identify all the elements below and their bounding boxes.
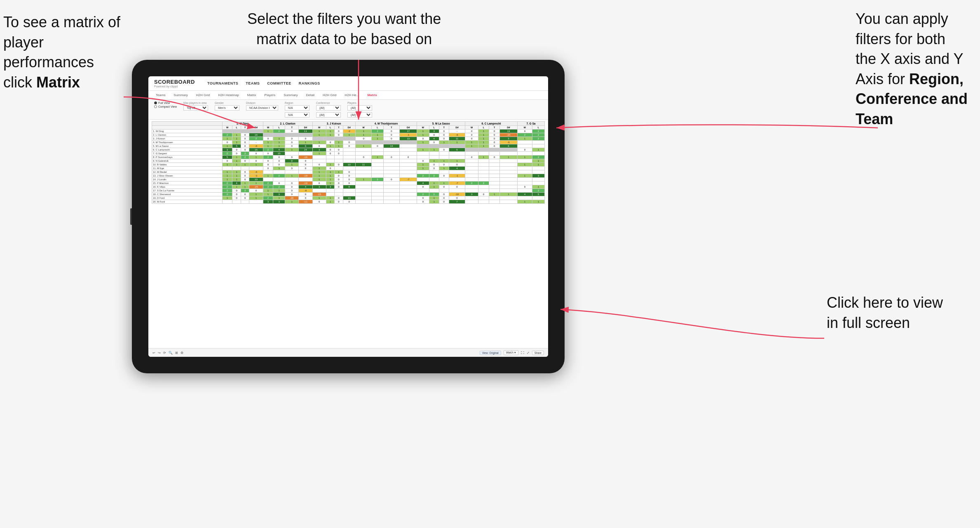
matrix-cell xyxy=(532,167,545,170)
region-label: Region xyxy=(285,101,309,104)
matrix-cell: 2 xyxy=(241,189,249,193)
matrix-cell: 1 xyxy=(285,163,298,167)
sub-nav-matrix-active[interactable]: Matrix xyxy=(366,92,379,98)
matrix-cell xyxy=(372,196,383,200)
matrix-cell xyxy=(355,189,372,193)
region-select2[interactable]: N/A xyxy=(285,112,309,118)
sub-nav-h2h-grid[interactable]: H2H Grid xyxy=(195,92,211,98)
matrix-cell xyxy=(500,163,518,167)
matrix-cell: 1 xyxy=(517,156,532,159)
matrix-cell: -16 xyxy=(299,156,312,159)
fullscreen-icon[interactable]: ⛶ xyxy=(521,351,524,355)
matrix-cell xyxy=(478,159,489,163)
sh-l6: L xyxy=(478,126,489,130)
compact-view-option[interactable]: Compact View xyxy=(154,105,177,108)
matrix-cell: 0 xyxy=(335,130,343,133)
sub-nav-summary[interactable]: Summary xyxy=(172,92,190,98)
col-header-4: 4. M Thorbjornsen xyxy=(355,122,417,126)
division-label: Division xyxy=(246,101,278,104)
matrix-cell xyxy=(383,189,400,193)
nav-tournaments[interactable]: TOURNAMENTS xyxy=(207,81,238,85)
logo-main: SCOREBOARD xyxy=(154,79,195,85)
matrix-cell: 0 xyxy=(343,182,355,185)
matrix-cell: 0 xyxy=(263,163,273,167)
matrix-cell: 3 xyxy=(273,200,285,204)
nav-rankings[interactable]: RANKINGS xyxy=(299,81,320,85)
refresh-icon[interactable]: ⟳ xyxy=(163,351,166,355)
matrix-cell xyxy=(517,196,532,200)
matrix-cell: 16 xyxy=(249,133,263,137)
sub-nav-detail[interactable]: Detail xyxy=(305,92,316,98)
matrix-cell: 1 xyxy=(273,144,285,148)
sub-nav-h2h-he[interactable]: H2H He... xyxy=(343,92,361,98)
nav-items: TOURNAMENTS TEAMS COMMITTEE RANKINGS xyxy=(207,81,320,85)
matrix-cell: 1 xyxy=(222,196,232,200)
matrix-cell xyxy=(417,178,429,182)
matrix-cell: 3 xyxy=(273,193,285,196)
region-select1[interactable]: N/A xyxy=(285,105,309,111)
sub-nav-summary2[interactable]: Summary xyxy=(282,92,299,98)
players-select2[interactable]: (All) xyxy=(347,112,372,118)
nav-committee[interactable]: COMMITTEE xyxy=(267,81,291,85)
matrix-cell xyxy=(400,174,417,178)
matrix-cell xyxy=(335,156,343,159)
expand-icon[interactable]: ⤢ xyxy=(527,351,530,355)
view-original-btn[interactable]: View: Original xyxy=(480,351,501,355)
matrix-cell xyxy=(312,189,326,193)
share-btn[interactable]: Share xyxy=(532,351,544,355)
matrix-cell: 0 xyxy=(299,159,312,163)
matrix-cell xyxy=(355,185,372,189)
matrix-cell: 1 xyxy=(326,163,334,167)
matrix-cell xyxy=(299,170,312,174)
matrix-cell: 1 xyxy=(232,174,241,178)
matrix-cell xyxy=(273,170,285,174)
matrix-cell xyxy=(489,152,500,156)
annotation-center-line2: matrix data to be based on xyxy=(256,31,432,47)
matrix-cell xyxy=(383,196,400,200)
sub-nav-players[interactable]: Players xyxy=(263,92,277,98)
matrix-cell xyxy=(489,182,500,185)
sh-d5: Dif xyxy=(449,126,465,130)
full-view-option[interactable]: Full View xyxy=(154,101,177,104)
matrix-cell: 0 xyxy=(465,130,478,133)
matrix-cell: 0 xyxy=(232,196,241,200)
sub-nav-matrix[interactable]: Matrix xyxy=(246,92,258,98)
sh-t5: T xyxy=(439,126,449,130)
matrix-cell: 0 xyxy=(439,200,449,204)
nav-teams[interactable]: TEAMS xyxy=(246,81,260,85)
annotation-line3-bold: Matrix xyxy=(36,74,80,91)
settings-icon[interactable]: ⚙ xyxy=(181,351,183,355)
matrix-cell xyxy=(355,167,372,170)
matrix-cell xyxy=(372,200,383,204)
matrix-cell xyxy=(449,189,465,193)
matrix-cell xyxy=(429,170,439,174)
row-label: 3. J Koivun xyxy=(152,137,223,141)
gender-select[interactable]: Men's xyxy=(215,105,239,111)
matrix-cell xyxy=(355,170,372,174)
matrix-cell xyxy=(489,167,500,170)
watch-btn[interactable]: Watch ▾ xyxy=(504,350,518,355)
matrix-cell: -19 xyxy=(299,174,312,178)
matrix-cell xyxy=(439,189,449,193)
sub-nav-teams[interactable]: Teams xyxy=(154,92,167,98)
matrix-cell: 1 xyxy=(312,141,326,144)
sub-nav-h2h-heatmap[interactable]: H2H Heatmap xyxy=(216,92,241,98)
annotation-right-line4-prefix: Axis for xyxy=(856,71,909,87)
matrix-cell: 0 xyxy=(232,152,241,156)
matrix-cell: 0 xyxy=(465,137,478,141)
zoom-out-icon[interactable]: 🔍 xyxy=(169,351,173,355)
sub-nav-h2h-grid2[interactable]: H2H Grid xyxy=(321,92,338,98)
matrix-cell: 2 xyxy=(532,156,545,159)
matrix-cell: 0 xyxy=(263,152,273,156)
conference-select1[interactable]: (All) xyxy=(316,105,341,111)
redo-icon[interactable]: ↪ xyxy=(158,351,161,355)
grid-icon[interactable]: ⊞ xyxy=(175,351,178,355)
conference-select2[interactable]: (All) xyxy=(316,112,341,118)
division-select[interactable]: NCAA Division I xyxy=(246,105,278,111)
players-select1[interactable]: (All) xyxy=(347,105,372,111)
undo-icon[interactable]: ↩ xyxy=(152,351,155,355)
matrix-cell xyxy=(449,170,465,174)
matrix-cell: 2 xyxy=(465,182,478,185)
matrix-cell: 1 xyxy=(232,163,241,167)
max-players-select[interactable]: Top 25 xyxy=(183,105,208,111)
